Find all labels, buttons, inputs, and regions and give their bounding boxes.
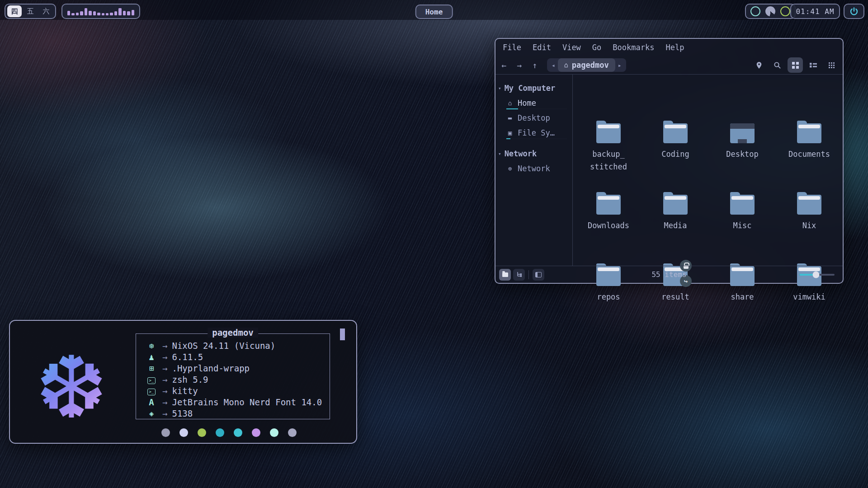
workspace-6[interactable]: 六 — [39, 5, 53, 17]
back-button[interactable]: ← — [497, 58, 511, 72]
top-status-bar: 四 五 六 Home 01:41 AM — [0, 0, 868, 20]
visualizer-bar — [80, 11, 83, 15]
kernel-value: 6.11.5 — [172, 352, 203, 362]
palette-dot — [216, 428, 224, 437]
collapse-triangle-icon[interactable]: ▾ — [498, 85, 501, 91]
zoom-slider-knob[interactable] — [813, 271, 820, 278]
nixos-snowflake-icon: ❆ — [39, 333, 103, 430]
terminal-app-icon — [145, 386, 158, 395]
breadcrumb-location-label: pagedmov — [572, 61, 609, 70]
fastfetch-box: pagedmov → NixOS 24.11 (Vicuna) → 6.11.5… — [136, 333, 330, 419]
sidebar-section-my-computer[interactable]: ▾ My Computer — [495, 81, 572, 95]
zoom-slider[interactable] — [799, 274, 835, 276]
fastfetch-row-shell: → zsh 5.9 — [145, 374, 330, 385]
visualizer-bar — [67, 11, 70, 15]
file-item-label: backup_ stitched — [590, 148, 627, 173]
globe-icon: ⊕ — [506, 165, 514, 172]
sidebar-item-network[interactable]: ⊕ Network — [495, 161, 572, 176]
palette-dot — [288, 428, 297, 437]
menu-view[interactable]: View — [560, 42, 584, 53]
menu-bookmarks[interactable]: Bookmarks — [610, 42, 657, 53]
system-tray — [745, 4, 796, 19]
sidebar-section-network[interactable]: ▾ Network — [495, 146, 572, 161]
workspace-4[interactable]: 四 — [7, 5, 22, 17]
tray-ring-green-icon[interactable] — [780, 6, 790, 16]
breadcrumb-right-icon[interactable]: ▸ — [615, 62, 624, 69]
menu-help[interactable]: Help — [663, 42, 687, 53]
compact-view-icon — [829, 62, 830, 64]
grid-view-button[interactable] — [788, 57, 803, 73]
menu-edit[interactable]: Edit — [530, 42, 554, 53]
file-item-nix[interactable]: Nix — [776, 184, 843, 255]
visualizer-bar — [85, 8, 87, 15]
breadcrumb: ◂ ⌂ pagedmov ▸ — [547, 58, 626, 72]
breadcrumb-location-button[interactable]: ⌂ pagedmov — [558, 58, 615, 72]
terminal-window[interactable]: ❆ pagedmov → NixOS 24.11 (Vicuna) → 6.11… — [9, 320, 357, 444]
sidebar-item-home[interactable]: ⌂ Home — [495, 95, 572, 110]
forward-button[interactable]: → — [513, 58, 526, 72]
location-pin-button[interactable] — [751, 57, 767, 73]
up-button[interactable]: ↑ — [528, 58, 542, 72]
pin-icon — [756, 61, 762, 69]
hard-drive-icon: ▣ — [506, 129, 514, 136]
nixos-logo: ❆ — [23, 333, 120, 430]
file-item-coding[interactable]: Coding — [642, 113, 709, 184]
sidebar-item-label: Network — [518, 164, 550, 173]
sidebar-item-desktop[interactable]: ▬ Desktop — [495, 110, 572, 125]
file-item-media[interactable]: Media — [642, 184, 709, 255]
folder-icon — [663, 190, 688, 216]
tray-ring-teal-icon[interactable] — [750, 6, 760, 16]
search-button[interactable] — [769, 57, 785, 73]
font-icon — [145, 397, 158, 407]
compact-view-button[interactable] — [824, 57, 839, 73]
palette-dot — [198, 428, 206, 437]
visualizer-bar — [110, 13, 113, 15]
file-item-label: vimwiki — [793, 291, 826, 303]
workspace-switcher: 四 五 六 — [5, 4, 56, 19]
visualizer-bar — [71, 13, 74, 15]
item-count: 55 items — [495, 270, 843, 279]
menu-go[interactable]: Go — [590, 42, 604, 53]
fastfetch-row-packages: → 5138 — [145, 408, 330, 419]
power-button[interactable] — [844, 4, 864, 19]
palette-dot — [161, 428, 170, 437]
file-item-label: repos — [597, 291, 620, 303]
arrow-icon: → — [162, 386, 167, 396]
clock[interactable]: 01:41 AM — [790, 4, 840, 19]
visualizer-bar — [102, 13, 104, 15]
file-item-desktop[interactable]: Desktop — [709, 113, 776, 184]
fastfetch-row-terminal: → kitty — [145, 385, 330, 396]
visualizer-bar — [123, 11, 126, 15]
workspace-5[interactable]: 五 — [23, 5, 38, 17]
list-view-button[interactable] — [806, 57, 821, 73]
sidebar-item-file-system[interactable]: ▣ File Sy… — [495, 125, 572, 140]
grid-view-icon — [792, 62, 795, 65]
terminal-cursor — [340, 328, 345, 340]
menubar: File Edit View Go Bookmarks Help — [495, 39, 843, 56]
file-grid: backup_ stitched Coding Desktop Document… — [575, 113, 843, 327]
visualizer-bar — [97, 13, 100, 15]
os-value: NixOS 24.11 (Vicuna) — [172, 341, 275, 351]
breadcrumb-left-icon[interactable]: ◂ — [549, 62, 558, 69]
visualizer-bar — [93, 11, 96, 15]
statusbar: 55 items — [495, 266, 843, 283]
sidebar-divider — [572, 75, 573, 266]
fastfetch-row-os: → NixOS 24.11 (Vicuna) — [145, 340, 330, 351]
palette-dot — [179, 428, 188, 437]
file-item-downloads[interactable]: Downloads — [575, 184, 642, 255]
fastfetch-row-wm: → .Hyprland-wrapp — [145, 362, 330, 374]
terminal-value: kitty — [172, 386, 198, 396]
sidebar-item-label: File Sy… — [518, 128, 555, 137]
sidebar-item-label: Home — [518, 99, 536, 108]
collapse-triangle-icon[interactable]: ▾ — [498, 151, 501, 157]
file-item-label: share — [731, 291, 754, 303]
file-item-label: Documents — [788, 148, 830, 160]
arrow-icon: → — [162, 408, 167, 418]
arrow-icon: → — [162, 341, 167, 351]
tray-pie-indicator-icon[interactable] — [765, 6, 775, 16]
file-item-documents[interactable]: Documents — [776, 113, 843, 184]
file-item-misc[interactable]: Misc — [709, 184, 776, 255]
folder-icon — [797, 190, 822, 216]
file-item-backup-stitched[interactable]: backup_ stitched — [575, 113, 642, 184]
menu-file[interactable]: File — [500, 42, 524, 53]
